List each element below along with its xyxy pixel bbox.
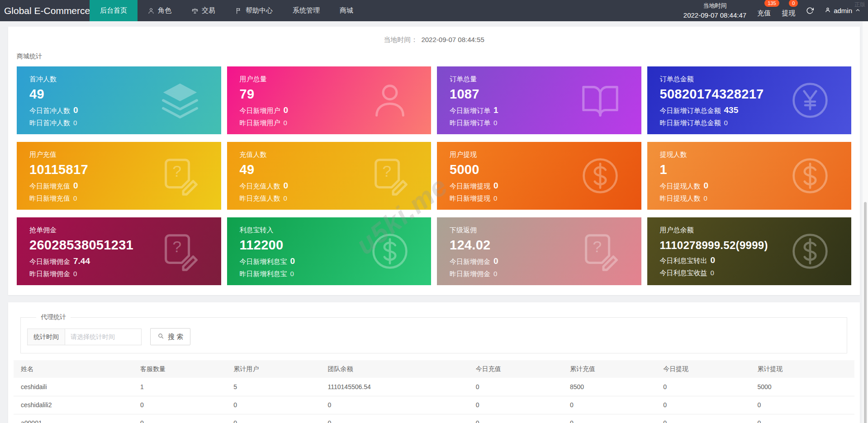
table-cell: 0 [656,414,750,423]
navbar-local-time: 当地时间 2022-09-07 08:44:47 [683,1,746,20]
nav-item-trade[interactable]: 交易 [183,0,224,21]
top-navbar: Global E-Commerce... 后台首页角色交易帮助中心系统管理商城 … [0,0,868,21]
app-logo: Global E-Commerce... [0,0,90,21]
nav-item-system[interactable]: 系统管理 [284,0,328,21]
card-yesterday-value: 0 [73,194,77,202]
card-today-label: 今日新增订单总金额 [660,107,721,114]
stat-card-total-orders: 订单总量1087今日新增订单1昨日新增订单0 [437,66,641,134]
stat-card-withdraw-count: 提现人数1今日提现人数0昨日提现人数0 [647,142,852,210]
card-today-value: 435 [724,105,739,115]
table-cell: a00001 [14,414,133,423]
card-today-value: 0 [493,181,498,190]
card-yesterday-value: 0 [493,194,497,202]
yen-circle-icon [789,79,831,122]
banner-time-value: 2022-09-07 08:44:55 [421,36,484,43]
card-yesterday-value: 0 [290,270,294,277]
column-header: 姓名 [14,360,133,378]
nav-item-label: 商城 [340,6,353,15]
user-icon [369,79,411,122]
dollar-circle-icon [369,230,411,273]
card-today-value: 0 [493,256,498,266]
card-today-label: 今日首冲人数 [29,107,70,114]
card-yesterday-label: 昨日新增佣金 [450,270,490,277]
svg-text:?: ? [172,162,181,180]
table-cell: 0 [469,378,563,396]
card-yesterday-value: 0 [493,119,497,127]
card-today-label: 今日新增用户 [240,107,280,114]
vertical-scrollbar[interactable] [863,21,868,423]
book-icon [579,79,621,122]
table-row: ceshidalili20000000 [14,396,854,414]
refresh-icon[interactable] [806,7,814,14]
stat-cards-grid: 首冲人数49今日首冲人数0昨日首冲人数0用户总量79今日新增用户0昨日新增用户0… [8,61,860,285]
nav-item-label: 帮助中心 [246,6,273,15]
card-today-value: 0 [284,105,289,115]
agents-legend: 代理统计 [36,313,71,321]
local-time-value: 2022-09-07 08:44:47 [683,10,746,20]
table-cell: 8500 [563,378,656,396]
table-cell: 0 [321,414,469,423]
scrollbar-thumb[interactable] [864,202,867,423]
table-cell: 1110145506.54 [321,378,469,396]
card-yesterday-value: 0 [704,194,707,202]
stat-card-total-order-amount: 订单总金额50820174328217今日新增订单总金额435昨日新增订单总金额… [647,66,852,134]
column-header: 今日充值 [469,360,563,378]
user-icon [147,7,155,14]
card-yesterday-label: 昨日新增订单总金额 [660,119,721,127]
dollar-circle-icon [789,230,831,273]
card-today-label: 今日新增提现 [450,182,490,190]
card-yesterday-value: 0 [711,269,714,277]
table-cell: 0 [750,396,854,414]
nav-item-mall[interactable]: 商城 [331,0,362,21]
card-today-value: 0 [290,256,295,266]
table-cell: 0 [226,396,320,414]
search-button[interactable]: 搜 索 [150,328,190,345]
card-today-label: 今日新增订单 [450,107,490,114]
card-yesterday-value: 0 [284,119,287,127]
recharge-button[interactable]: 充值 135 [757,4,771,18]
card-today-value: 7.44 [73,256,90,266]
table-cell: 0 [750,414,854,423]
card-today-value: 0 [73,181,78,190]
stat-card-first-charge-count: 首冲人数49今日首冲人数0昨日首冲人数0 [17,66,221,134]
column-header: 累计提现 [750,360,854,378]
nav-item-label: 后台首页 [100,6,127,15]
svg-text:?: ? [172,238,181,255]
card-today-label: 今日利息宝转出 [660,257,707,264]
svg-text:?: ? [593,238,602,255]
card-today-value: 0 [704,181,709,190]
card-yesterday-label: 昨日新增订单 [450,119,490,127]
agents-panel: 代理统计 统计时间 搜 索 姓名客服数量累计用户团队余额今日充值累计充值今日提现… [8,302,860,423]
nav-item-label: 系统管理 [293,6,320,15]
doc-edit-icon: ? [159,230,201,273]
card-yesterday-label: 昨日新增提现 [450,194,490,202]
card-yesterday-value: 0 [724,119,728,127]
withdraw-badge: 0 [789,0,798,7]
dollar-circle-icon [579,155,621,197]
local-time-banner: 当地时间： 2022-09-07 08:44:55 [8,27,860,44]
table-cell: 0 [469,396,563,414]
nav-item-home[interactable]: 后台首页 [90,0,138,21]
filter-time-input[interactable] [65,329,142,345]
card-yesterday-label: 昨日新增用户 [240,119,280,127]
main-content: 当地时间： 2022-09-07 08:44:55 商城统计 首冲人数49今日首… [0,21,868,423]
nav-item-roles[interactable]: 角色 [139,0,180,21]
navbar-right: 当地时间 2022-09-07 08:44:47 充值 135 提现 0 adm… [683,0,868,21]
agents-table-head: 姓名客服数量累计用户团队余额今日充值累计充值今日提现累计提现 [14,360,854,378]
withdraw-button[interactable]: 提现 0 [782,4,795,18]
table-cell: 0 [321,396,469,414]
layers-icon [159,79,201,122]
card-today-value: 1 [493,105,498,115]
agents-header-row: 姓名客服数量累计用户团队余额今日充值累计充值今日提现累计提现 [14,360,854,378]
stat-card-user-recharge: 用户充值10115817今日新增充值0昨日新增充值0? [17,142,221,210]
table-cell: ceshidalili2 [14,396,133,414]
nav-item-help[interactable]: 帮助中心 [227,0,281,21]
card-yesterday-label: 昨日提现人数 [660,194,701,202]
card-today-value: 0 [711,255,716,265]
card-yesterday-label: 昨日首冲人数 [29,119,70,127]
table-cell: 0 [563,396,656,414]
table-cell: 5000 [750,378,854,396]
stat-card-sub-rebate: 下级返佣124.02今日新增佣金0昨日新增佣金0? [437,217,641,285]
table-cell: 0 [563,414,656,423]
dollar-circle-icon [789,155,831,197]
